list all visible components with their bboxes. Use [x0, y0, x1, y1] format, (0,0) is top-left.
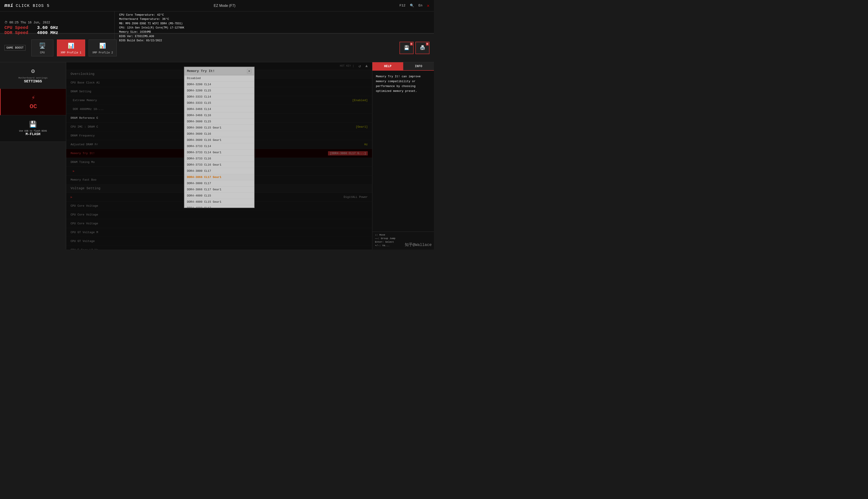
settings-label-top: Motherboard settings	[18, 77, 48, 79]
help-content: Memory Try It! can improve memory compat…	[372, 71, 434, 232]
sidebar-item-oc[interactable]: ⚡ OC	[0, 89, 66, 115]
modal-item[interactable]: DDR4-4000 CL15 Gear1	[185, 199, 254, 205]
left-sidebar: ⚙️ Motherboard settings SETTINGS ⚡ OC 💾 …	[0, 62, 66, 250]
modal-item[interactable]: DDR4-3600 CL15	[185, 119, 254, 125]
top-bar: msi CLICK BIOS 5 EZ Mode (F7) F12 🔍 En ✕	[0, 0, 434, 12]
language-label: En	[418, 4, 423, 8]
modal-item[interactable]: DDR4-3733 CL14 Gear1	[185, 149, 254, 156]
usb-button-1[interactable]: U 💾	[400, 42, 414, 54]
speed-values: 3.60 GHz 4000 MHz	[37, 25, 58, 35]
f12-label: F12	[400, 4, 405, 8]
modal-item[interactable]: DDR4-4000 CL17	[185, 205, 254, 208]
tab-info[interactable]: INFO	[403, 62, 434, 71]
modal-title-bar: Memory Try It! ✕	[185, 67, 254, 75]
hotkey-move: ↕: Move	[375, 234, 431, 236]
oc-label-main: OC	[29, 103, 37, 110]
bios-title: CLICK BIOS 5	[16, 3, 50, 8]
tab-help[interactable]: HELP	[372, 62, 403, 71]
settings-icon: ⚙️	[31, 67, 35, 75]
modal-item[interactable]: DDR4-3333 CL15	[185, 100, 254, 106]
modal-item[interactable]: DDR4-3466 CL16	[185, 112, 254, 119]
cpu-icon: 🖥️	[37, 41, 48, 50]
settings-label-main: SETTINGS	[24, 79, 42, 84]
top-center: EZ Mode (F7)	[214, 4, 236, 8]
xmp2-icon: 📊	[97, 41, 108, 50]
oc-icon: ⚡	[32, 94, 35, 101]
info-bar: ⏱ 08:25 Thu 16 Jun, 2022 CPU Speed DDR S…	[0, 12, 434, 34]
sidebar-item-settings[interactable]: ⚙️ Motherboard settings SETTINGS	[0, 62, 66, 89]
game-boost-label: GAME BOOST	[4, 45, 26, 51]
msi-logo: msi	[4, 3, 13, 8]
usb-button-2[interactable]: U 🖨️	[415, 42, 429, 54]
info-right: CPU Core Temperature: 42°C Motherboard T…	[115, 12, 434, 45]
modal-item[interactable]: DDR4-3600 CL15 Gear1	[185, 125, 254, 131]
mb-info: MB: MPG Z690 EDGE TI WIFI DDR4 (MS-7D31)…	[119, 22, 429, 43]
modal-item[interactable]: DDR4-3733 CL16	[185, 156, 254, 162]
modal-item[interactable]: DDR4-3333 CL14	[185, 94, 254, 100]
cpu-speed-block: CPU Speed DDR Speed	[4, 25, 28, 35]
modal-item[interactable]: DDR4-3200 CL14	[185, 82, 254, 88]
ddr-speed-value: 4000 MHz	[37, 30, 58, 35]
modal-item[interactable]: DDR4-3733 CL14	[185, 143, 254, 149]
xmp2-boost-label: XMP Profile 2	[92, 51, 113, 54]
modal-item[interactable]: DDR4-3600 CL16 Gear1	[185, 137, 254, 143]
logo: msi CLICK BIOS 5	[4, 3, 50, 8]
top-right: F12 🔍 En ✕	[400, 3, 429, 8]
time-row: ⏱ 08:25 Thu 16 Jun, 2022	[4, 21, 110, 24]
modal-list[interactable]: DisabledDDR4-3200 CL14DDR4-3200 CL15DDR4…	[185, 75, 254, 208]
modal-item[interactable]: DDR4-3800 CL17	[185, 180, 254, 186]
cpu-speed-label: CPU Speed	[4, 25, 28, 30]
sidebar-item-mflash[interactable]: 💾 Use USB to flash BIOS M-FLASH	[0, 115, 66, 142]
modal-close-button[interactable]: ✕	[247, 69, 251, 73]
modal-item[interactable]: Disabled	[185, 75, 254, 82]
flash-icon: 💾	[29, 121, 37, 128]
ddr-speed-label: DDR Speed	[4, 30, 28, 35]
modal-item[interactable]: DDR4-3733 CL16 Gear1	[185, 162, 254, 168]
modal-title: Memory Try It!	[187, 69, 215, 73]
modal-item[interactable]: DDR4-3866 CL17 Gear1	[185, 186, 254, 193]
flash-label-main: M-FLASH	[26, 132, 40, 136]
cpu-speed-value: 3.60 GHz	[37, 25, 58, 30]
right-panel: HELP INFO Memory Try It! can improve mem…	[372, 62, 434, 250]
close-button[interactable]: ✕	[427, 3, 429, 8]
memory-try-modal: Memory Try It! ✕ DisabledDDR4-3200 CL14D…	[184, 67, 254, 208]
flash-label-top: Use USB to flash BIOS	[19, 130, 47, 132]
modal-item[interactable]: DDR4-3200 CL15	[185, 88, 254, 94]
mb-temp: Motherboard Temperature: 36°C	[119, 17, 429, 21]
modal-item[interactable]: DDR4-3800 CL17	[185, 168, 254, 174]
help-info-tabs: HELP INFO	[372, 62, 434, 71]
center-content: HOT KEY | ↺ ▲ Overclocking CPU Base Cloc…	[66, 62, 372, 250]
usb-icons: U 💾 U 🖨️	[400, 42, 429, 54]
xmp2-boost-button[interactable]: 📊 XMP Profile 2	[89, 39, 117, 56]
cpu-temp: CPU Core Temperature: 42°C	[119, 13, 429, 16]
cpu-boost-button[interactable]: 🖥️ CPU	[31, 39, 53, 56]
modal-item[interactable]: DDR4-4000 CL15	[185, 193, 254, 199]
search-icon[interactable]: 🔍	[410, 3, 414, 8]
cpu-boost-label: CPU	[40, 51, 45, 54]
hotkey-group-jump: ——: Group Jump	[375, 237, 431, 240]
main-content: ⚙️ Motherboard settings SETTINGS ⚡ OC 💾 …	[0, 62, 434, 250]
speed-row: CPU Speed DDR Speed 3.60 GHz 4000 MHz	[4, 25, 110, 35]
modal-item[interactable]: DDR4-3600 CL16	[185, 131, 254, 137]
xmp1-icon: 📊	[66, 41, 76, 50]
watermark: 知乎@Wallace	[405, 242, 432, 247]
modal-item[interactable]: DDR4-3466 CL14	[185, 106, 254, 112]
xmp1-boost-label: XMP Profile 1	[61, 51, 81, 54]
xmp1-boost-button[interactable]: 📊 XMP Profile 1	[57, 39, 85, 56]
modal-overlay[interactable]: Memory Try It! ✕ DisabledDDR4-3200 CL14D…	[66, 62, 372, 250]
ez-mode-button[interactable]: EZ Mode (F7)	[214, 4, 236, 8]
modal-item[interactable]: DDR4-3866 CL17 Gear1	[185, 174, 254, 180]
